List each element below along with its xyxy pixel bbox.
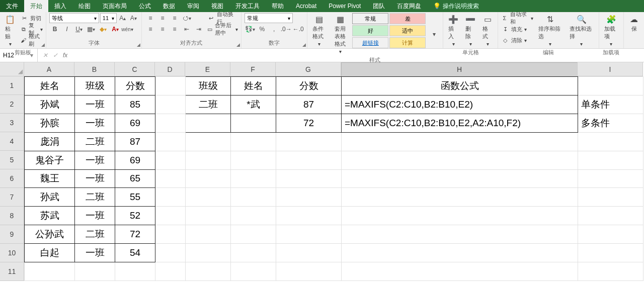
cell-G10[interactable] xyxy=(276,244,342,262)
cell-F2[interactable]: *武 xyxy=(231,95,276,114)
fill-button[interactable]: ↧填充▾ xyxy=(501,24,533,34)
tab-insert[interactable]: 插入 xyxy=(48,0,72,12)
align-bottom-button[interactable]: ≡ xyxy=(169,13,180,23)
row-head-10[interactable]: 10 xyxy=(0,244,24,262)
cell-B6[interactable]: 一班 xyxy=(75,169,115,188)
grow-font-button[interactable]: A▴ xyxy=(118,13,128,23)
cell-H9[interactable] xyxy=(342,225,578,244)
select-all-corner[interactable]: ◢ xyxy=(0,62,24,76)
autosum-button[interactable]: Σ自动求和▾ xyxy=(501,13,533,23)
row-head-9[interactable]: 9 xyxy=(0,225,24,244)
cell-G9[interactable] xyxy=(276,225,342,244)
cell-I8[interactable] xyxy=(578,207,643,225)
cell-C4[interactable]: 87 xyxy=(115,132,155,151)
cell-H10[interactable] xyxy=(342,244,578,262)
cell-I7[interactable] xyxy=(578,188,643,207)
cell-C8[interactable]: 52 xyxy=(115,207,155,225)
insert-cells-button[interactable]: ➕插入▾ xyxy=(446,13,460,48)
row-head-11[interactable]: 11 xyxy=(0,262,24,281)
cell-A6[interactable]: 魏王 xyxy=(25,169,75,188)
col-head-A[interactable]: A xyxy=(24,62,74,76)
cell-I9[interactable] xyxy=(578,225,643,244)
cell-F4[interactable] xyxy=(231,132,276,151)
cell-B5[interactable]: 一班 xyxy=(75,151,115,169)
cell-E6[interactable] xyxy=(186,169,231,188)
cell-D6[interactable] xyxy=(155,169,186,188)
cell-A9[interactable]: 公孙武 xyxy=(25,225,75,244)
tab-formulas[interactable]: 公式 xyxy=(133,0,157,12)
cell-F3[interactable] xyxy=(231,114,276,132)
fill-color-button[interactable]: ◆▾ xyxy=(98,24,109,34)
style-calc[interactable]: 计算 xyxy=(389,37,426,48)
tab-review[interactable]: 审阅 xyxy=(181,0,205,12)
row-head-6[interactable]: 6 xyxy=(0,169,24,188)
cell-H4[interactable] xyxy=(342,132,578,151)
cell-H8[interactable] xyxy=(342,207,578,225)
cell-A10[interactable]: 白起 xyxy=(25,244,75,262)
col-head-B[interactable]: B xyxy=(74,62,115,76)
cell-D11[interactable] xyxy=(155,262,186,281)
cell-H3[interactable]: =MAXIFS(C2:C10,B2:B10,E2,A2:A10,F2) xyxy=(342,114,578,132)
cell-D4[interactable] xyxy=(155,132,186,151)
row-head-8[interactable]: 8 xyxy=(0,207,24,225)
tab-home[interactable]: 开始 xyxy=(24,0,48,12)
orientation-button[interactable]: ⭯▾ xyxy=(181,13,192,23)
currency-button[interactable]: 💱▾ xyxy=(245,24,256,34)
tab-help[interactable]: 帮助 xyxy=(266,0,290,12)
cell-E5[interactable] xyxy=(186,151,231,169)
dec-decimal-button[interactable]: ←.0 xyxy=(293,24,304,34)
align-middle-button[interactable]: ≡ xyxy=(157,13,168,23)
cell-A7[interactable]: 孙武 xyxy=(25,188,75,207)
align-right-button[interactable]: ≡ xyxy=(169,24,180,34)
save-button[interactable]: ☁保 xyxy=(627,13,641,48)
conditional-format-button[interactable]: ▤条件格式▾ xyxy=(310,13,329,55)
sort-filter-button[interactable]: ⇅排序和筛选▾ xyxy=(536,13,565,48)
cell-C9[interactable]: 72 xyxy=(115,225,155,244)
cell-G7[interactable] xyxy=(276,188,342,207)
tab-team[interactable]: 团队 xyxy=(367,0,391,12)
style-hyperlink[interactable]: 超链接 xyxy=(352,37,388,48)
clear-button[interactable]: ◇清除▾ xyxy=(501,35,533,45)
cell-E4[interactable] xyxy=(186,132,231,151)
addins-button[interactable]: 🧩加载项▾ xyxy=(602,13,620,48)
cell-I2[interactable]: 单条件 xyxy=(578,95,643,114)
cell-E8[interactable] xyxy=(186,207,231,225)
cell-D5[interactable] xyxy=(155,151,186,169)
cells[interactable]: 姓名 班级 分数 班级 姓名 分数 函数公式 孙斌 一班 85 二班 *武 87… xyxy=(24,76,643,281)
col-head-I[interactable]: I xyxy=(578,62,643,76)
font-color-button[interactable]: A▾ xyxy=(110,24,121,34)
inc-decimal-button[interactable]: .0→ xyxy=(281,24,292,34)
merge-center-button[interactable]: ▭合并后居中▾ xyxy=(207,24,238,34)
tab-draw[interactable]: 绘图 xyxy=(72,0,97,12)
tab-file[interactable]: 文件 xyxy=(0,0,24,12)
cell-E11[interactable] xyxy=(186,262,231,281)
tab-baidu[interactable]: 百度网盘 xyxy=(391,0,427,12)
col-head-F[interactable]: F xyxy=(230,62,276,76)
border-button[interactable]: ▦▾ xyxy=(86,24,97,34)
table-format-button[interactable]: ▦套用 表格格式▾ xyxy=(331,13,349,55)
cell-B2[interactable]: 一班 xyxy=(75,95,115,114)
align-top-button[interactable]: ≡ xyxy=(145,13,156,23)
tab-layout[interactable]: 页面布局 xyxy=(97,0,133,12)
cell-C1[interactable]: 分数 xyxy=(115,77,155,96)
fx-icon[interactable]: fx xyxy=(63,52,67,59)
cell-A1[interactable]: 姓名 xyxy=(25,77,75,96)
cell-B9[interactable]: 二班 xyxy=(75,225,115,244)
cell-B4[interactable]: 二班 xyxy=(75,132,115,151)
cell-D9[interactable] xyxy=(155,225,186,244)
cell-G4[interactable] xyxy=(276,132,342,151)
cell-C11[interactable] xyxy=(115,262,155,281)
cell-H11[interactable] xyxy=(342,262,578,281)
format-painter-button[interactable]: 🖌格式刷 xyxy=(20,35,43,45)
cell-C10[interactable]: 54 xyxy=(115,244,155,262)
bold-button[interactable]: B xyxy=(49,24,60,34)
cell-F5[interactable] xyxy=(231,151,276,169)
cell-I6[interactable] xyxy=(578,169,643,188)
cell-D3[interactable] xyxy=(155,114,186,132)
delete-cells-button[interactable]: ➖删除▾ xyxy=(463,13,477,48)
cell-A2[interactable]: 孙斌 xyxy=(25,95,75,114)
tab-data[interactable]: 数据 xyxy=(157,0,181,12)
cell-F11[interactable] xyxy=(231,262,276,281)
cell-styles-gallery[interactable]: 常规 差 好 适中 超链接 计算 xyxy=(352,13,426,55)
cell-E2[interactable]: 二班 xyxy=(186,95,231,114)
